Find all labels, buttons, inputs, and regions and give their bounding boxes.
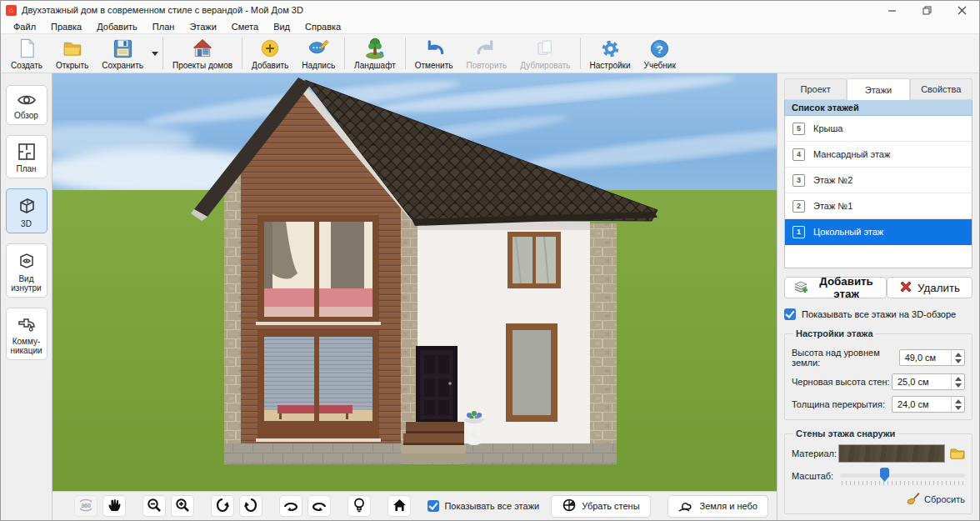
settings-button[interactable]: Настройки (583, 34, 638, 73)
viewport-toolbar: 360 Показывать все этажи (52, 491, 777, 520)
rough-wall-height-input[interactable]: 25,0 см (892, 373, 965, 390)
orbit-cw-icon (311, 499, 328, 513)
toolbar-separator (344, 38, 345, 69)
menu-file[interactable]: Файл (6, 21, 43, 33)
floor-row-attic[interactable]: 4 Мансардный этаж (785, 142, 972, 168)
svg-text:?: ? (657, 43, 663, 55)
menu-floors[interactable]: Этажи (182, 21, 223, 33)
zoom-out-button[interactable] (142, 495, 166, 517)
cube-3d-icon (17, 196, 37, 216)
material-browse-folder-icon[interactable] (950, 447, 965, 461)
sidebar-item-interior-view[interactable]: Вид изнутри (6, 243, 48, 298)
orbit-ccw-icon (282, 499, 299, 513)
left-upper-window (256, 215, 381, 325)
spinner-arrows[interactable] (951, 374, 964, 389)
new-button[interactable]: Создать (4, 34, 49, 73)
scale-label: Масштаб: (792, 471, 833, 481)
tab-floors[interactable]: Этажи (847, 78, 909, 100)
menu-edit[interactable]: Правка (43, 21, 89, 33)
tab-project[interactable]: Проект (784, 78, 847, 100)
floorplan-icon (18, 143, 36, 161)
material-scale-slider[interactable] (840, 467, 965, 485)
undo-button[interactable]: Отменить (408, 34, 460, 73)
rotate-cw-button[interactable] (239, 495, 262, 517)
menu-plan[interactable]: План (145, 21, 182, 33)
floor-row-1[interactable]: 2 Этаж №1 (785, 193, 972, 219)
sidebar-item-3d[interactable]: 3D (6, 188, 48, 233)
landscape-button[interactable]: Ландшафт (348, 34, 402, 73)
text-label-icon (307, 37, 330, 60)
save-dropdown-arrow[interactable] (152, 52, 158, 56)
3d-viewport[interactable] (52, 73, 777, 491)
label-button[interactable]: Надпись (295, 34, 342, 73)
toolbar-separator (162, 38, 163, 69)
floor-layer-icon: 2 (792, 200, 805, 213)
rotate-cw-icon (244, 498, 258, 514)
save-button[interactable]: Сохранить (95, 34, 150, 73)
rotate-ccw-button[interactable] (211, 495, 234, 517)
floor-settings-group: Настройки этажа Высота над уровнем земли… (784, 328, 972, 420)
minimize-button[interactable] (874, 1, 909, 19)
remove-walls-icon (562, 498, 577, 513)
outer-walls-title: Стены этажа снаружи (793, 428, 898, 438)
floor-layer-icon: 5 (792, 123, 805, 135)
slab-thickness-label: Толщина перекрытия: (792, 399, 885, 409)
show-all-floors-viewport-checkbox[interactable]: Показывать все этажи (428, 500, 539, 512)
zoom-out-icon (147, 498, 162, 514)
menu-estimate[interactable]: Смета (224, 21, 266, 33)
menu-view[interactable]: Вид (266, 21, 298, 33)
spinner-arrows[interactable] (951, 350, 964, 365)
maximize-button[interactable] (909, 1, 944, 19)
remove-walls-button[interactable]: Убрать стены (551, 495, 650, 518)
menu-add[interactable]: Добавить (89, 21, 145, 33)
floor-row-roof[interactable]: 5 Крыша (785, 116, 972, 142)
show-all-floors-3d-checkbox[interactable]: Показывать все этажи на 3D-обзоре (784, 308, 972, 320)
delete-floor-button[interactable]: Удалить (887, 277, 972, 298)
floor-row-basement[interactable]: 1 Цокольный этаж (785, 219, 972, 245)
close-button[interactable] (944, 1, 979, 19)
ground-sky-button[interactable]: Земля и небо (668, 495, 768, 518)
orbit-ccw-button[interactable] (279, 495, 302, 517)
tutorial-button[interactable]: ? Учебник (638, 34, 682, 73)
undo-icon (422, 37, 446, 60)
redo-button: Повторить (459, 34, 513, 73)
svg-text:360: 360 (81, 503, 91, 508)
home-view-button[interactable] (388, 495, 411, 517)
pan-button[interactable] (102, 495, 126, 517)
open-button[interactable]: Открыть (49, 34, 95, 73)
sidebar-item-communications[interactable]: Комму-никации (6, 308, 48, 360)
house-render (52, 73, 777, 491)
slab-thickness-input[interactable]: 24,0 см (892, 396, 965, 413)
orbit-cw-button[interactable] (308, 495, 331, 517)
sidebar-item-plan[interactable]: План (6, 135, 48, 178)
light-button[interactable] (348, 495, 371, 517)
view-sidebar: Обзор План 3D Вид изнутри Комму-никации (1, 73, 52, 520)
app-icon: ⌂ (6, 5, 17, 16)
floor-row-2[interactable]: 3 Этаж №2 (785, 168, 972, 193)
right-upper-window (508, 232, 561, 288)
add-button[interactable]: Добавить (245, 34, 295, 73)
zoom-in-button[interactable] (171, 495, 194, 517)
rotate-360-icon: 360 (78, 497, 94, 515)
interior-view-icon (17, 251, 37, 271)
reset-material-button[interactable]: Сбросить (792, 492, 965, 507)
spinner-arrows[interactable] (951, 397, 964, 412)
menu-help[interactable]: Справка (298, 21, 348, 33)
floors-list-header: Список этажей (784, 100, 972, 116)
pan-hand-icon (108, 498, 121, 514)
sidebar-item-overview[interactable]: Обзор (6, 85, 48, 125)
right-lower-window (506, 323, 558, 422)
tutorial-icon: ? (648, 37, 671, 60)
house-projects-button[interactable]: Проекты домов (166, 34, 239, 73)
checkbox-icon (428, 500, 439, 512)
menu-bar: Файл Правка Добавить План Этажи Смета Ви… (1, 19, 979, 33)
tab-properties[interactable]: Свойства (910, 78, 972, 100)
material-swatch[interactable] (838, 444, 945, 463)
left-lower-window (256, 330, 381, 442)
slider-handle[interactable] (880, 468, 889, 482)
height-above-ground-input[interactable]: 49,0 см (899, 349, 965, 366)
add-floor-button[interactable]: Добавить этаж (784, 277, 887, 298)
title-bar: ⌂ Двухэтажный дом в современном стиле с … (1, 1, 979, 19)
reset-brush-icon (905, 492, 920, 507)
rotate-360-button: 360 (74, 495, 98, 517)
